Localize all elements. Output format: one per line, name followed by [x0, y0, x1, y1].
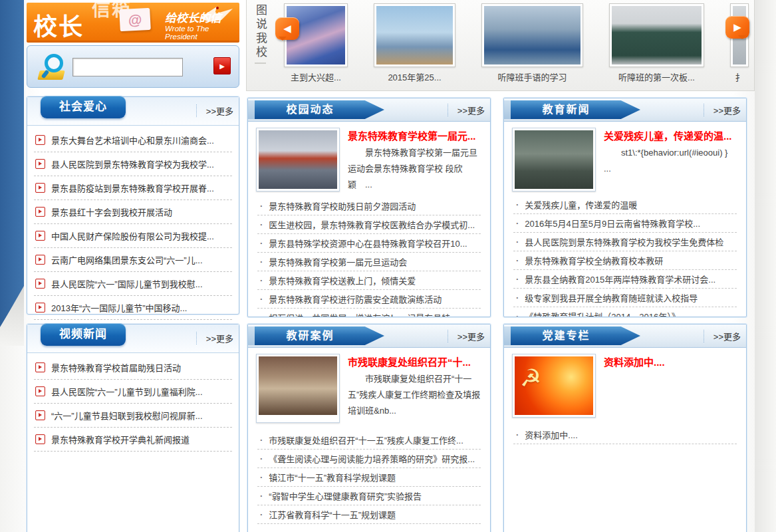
carousel-next-button[interactable]: ▶	[725, 16, 749, 39]
news-link[interactable]: 景东特殊教育学校送教上门，倾情关爱	[269, 274, 416, 287]
news-link[interactable]: 镇江市“十一五”教育科学规划课题	[269, 471, 396, 483]
featured-title-link[interactable]: 资料添加中....	[604, 354, 738, 368]
news-link[interactable]: 景东大舞台艺术培训中心和景东川渝商会...	[51, 134, 214, 146]
carousel-prev-button[interactable]: ◀	[275, 17, 299, 40]
news-link[interactable]: 市残联康复处组织召开“十一五”残疾人康复工作终...	[269, 434, 463, 446]
news-link[interactable]: 2013年“六一国际儿童节”中国移动...	[51, 301, 187, 314]
more-link[interactable]: >>更多	[448, 330, 485, 342]
news-link[interactable]: “弱智中学生心理健康教育研究”实验报告	[269, 489, 422, 502]
news-link[interactable]: 景东特殊教育学校全纳教育校本教研	[525, 254, 663, 267]
section-title[interactable]: 党建专栏	[511, 327, 640, 345]
news-link[interactable]: 景东特殊教育学校助残日前夕游园活动	[269, 200, 416, 212]
news-list-item[interactable]: 县人民医院“六一”国际儿童节到我校慰...	[34, 272, 232, 296]
section-title[interactable]: 教研案例	[255, 327, 384, 345]
news-link[interactable]: “六一”儿童节县妇联到我校慰问视屏新...	[51, 409, 203, 422]
news-link[interactable]: 县人民医院“六一”国际儿童节到我校慰...	[51, 277, 203, 290]
news-link[interactable]: 医生进校园，景东特殊教育学校医教结合办学模式初...	[269, 218, 475, 231]
news-link[interactable]: 景东特殊教育学校进行防震安全疏散演练活动	[269, 293, 442, 305]
carousel-photo[interactable]	[376, 6, 453, 65]
news-link[interactable]: 江苏省教育科学“十一五”规划课题	[269, 508, 396, 521]
carousel-slide[interactable]: 听障班手语的学习	[481, 3, 583, 89]
featured-photo[interactable]: ☭	[515, 356, 593, 415]
news-link[interactable]: 2016年5月4日至5月9日云南省特殊教育学校...	[525, 217, 700, 229]
news-link[interactable]: 景东特殊教育学校开学典礼新闻报道	[51, 433, 190, 446]
carousel-slide[interactable]: 主到大兴超...	[284, 3, 348, 89]
news-list-item[interactable]: 县人民医院到景东特殊教育学校为我校学...	[34, 152, 232, 176]
news-link[interactable]: 县人民医院“六一”儿童节到儿童福利院...	[51, 385, 203, 398]
news-list-item[interactable]: 医生进校园，景东特殊教育学校医教结合办学模式初...	[257, 215, 481, 234]
carousel-caption[interactable]: 主到大兴超...	[291, 70, 341, 83]
news-list-item[interactable]: 江苏省教育科学“十一五”规划课题	[257, 505, 481, 524]
news-link[interactable]: 云南广电网络集团景东支公司“六一”儿...	[51, 253, 203, 266]
news-link[interactable]: 级专家到我县开展全纳教育随班就读入校指导	[525, 291, 698, 304]
carousel-slide[interactable]: 2015年第25...	[374, 3, 455, 89]
news-list-item[interactable]: 景东特殊教育学校开学典礼新闻报道	[34, 428, 232, 452]
news-link[interactable]: 中国人民财产保险股份有限公司为我校提...	[51, 229, 214, 242]
news-list-item[interactable]: 景东大舞台艺术培训中心和景东川渝商会...	[34, 128, 232, 152]
news-link[interactable]: 相互促进，共同发展，增进友谊！---记景东县特...	[269, 311, 457, 317]
news-list-item[interactable]: 级专家到我县开展全纳教育随班就读入校指导	[513, 289, 737, 307]
featured-title-link[interactable]: 景东特殊教育学校第一届元...	[348, 128, 482, 142]
section-title[interactable]: 教育新闻	[511, 100, 640, 119]
news-list-item[interactable]: 《聋生阅读心理与阅读能力培养策略的研究》研究报...	[257, 450, 481, 468]
carousel-photo[interactable]	[612, 6, 702, 65]
news-list-item[interactable]: 景东特殊教育学校进行防震安全疏散演练活动	[257, 290, 481, 309]
featured-title-link[interactable]: 市残联康复处组织召开“十...	[348, 354, 482, 368]
news-link[interactable]: 县人民医院到景东特殊教育学校为我校学生免费体检	[525, 235, 723, 248]
news-link[interactable]: 景东县防疫站到景东特殊教育学校开展脊...	[51, 182, 214, 194]
featured-photo[interactable]	[259, 356, 337, 415]
news-list-item[interactable]: 资料添加中....	[513, 426, 737, 444]
news-list-item[interactable]: 关爱残疾儿童，传递爱的温暖	[513, 196, 737, 214]
news-list-item[interactable]: 景东县全纳教育2015年两岸特殊教育学术研讨会...	[513, 270, 737, 289]
tab-social-love[interactable]: 社会爱心	[41, 96, 126, 118]
news-list-item[interactable]: 县人民医院到景东特殊教育学校为我校学生免费体检	[513, 233, 737, 251]
news-link[interactable]: 资料添加中....	[525, 428, 577, 441]
news-link[interactable]: 景东特殊教育学校首届助残日活动	[51, 361, 181, 374]
news-link[interactable]: 关爱残疾儿童，传递爱的温暖	[525, 198, 637, 211]
featured-title-link[interactable]: 关爱残疾儿童，传递爱的温...	[604, 128, 738, 142]
news-link[interactable]: 县人民医院到景东特殊教育学校为我校学...	[51, 158, 214, 170]
news-list-item[interactable]: 2013年“六一国际儿童节”中国移动...	[34, 296, 232, 320]
search-submit-button[interactable]: ▶	[213, 57, 231, 74]
news-list-item[interactable]: 云南广电网络集团景东支公司“六一”儿...	[34, 248, 232, 272]
more-link[interactable]: >>更多	[196, 332, 233, 344]
news-list-item[interactable]: 景东县防疫站到景东特殊教育学校开展脊...	[34, 176, 232, 200]
carousel-caption[interactable]: 听障班的第一次板...	[618, 70, 695, 83]
section-title[interactable]: 校园动态	[255, 100, 384, 119]
carousel-slide[interactable]: 听障班的第一次板...	[609, 3, 704, 89]
news-list-item[interactable]: 景东特殊教育学校首届助残日活动	[34, 356, 232, 380]
news-list-item[interactable]: 景东特殊教育学校全纳教育校本教研	[513, 251, 737, 270]
news-list-item[interactable]: 景东县特殊学校资源中心在县特殊教育学校召开10...	[257, 234, 481, 253]
news-link[interactable]: 景东县全纳教育2015年两岸特殊教育学术研讨会...	[525, 273, 715, 285]
news-list-item[interactable]: “弱智中学生心理健康教育研究”实验报告	[257, 487, 481, 505]
news-list-item[interactable]: 县人民医院“六一”儿童节到儿童福利院...	[34, 380, 232, 404]
news-list-item[interactable]: 景东县红十字会到我校开展活动	[34, 200, 232, 224]
news-list-item[interactable]: 景东特殊教育学校助残日前夕游园活动	[257, 197, 481, 215]
news-list-item[interactable]: “六一”儿童节县妇联到我校慰问视屏新...	[34, 404, 232, 428]
news-link[interactable]: 《特殊教育提升计划（2014－2016年）》	[525, 310, 680, 317]
news-link[interactable]: 《聋生阅读心理与阅读能力培养策略的研究》研究报...	[269, 452, 475, 465]
search-input[interactable]	[72, 58, 183, 76]
more-link[interactable]: >>更多	[704, 104, 741, 116]
carousel-caption[interactable]: 2015年第25...	[388, 70, 441, 83]
news-list-item[interactable]: 相互促进，共同发展，增进友谊！---记景东县特...	[257, 309, 481, 317]
carousel-caption[interactable]: 听障班手语的学习	[497, 70, 567, 83]
tab-video-news[interactable]: 视频新闻	[41, 323, 126, 346]
carousel-caption[interactable]: 扌	[735, 70, 743, 83]
news-link[interactable]: 景东县红十字会到我校开展活动	[51, 205, 172, 218]
principal-mailbox-banner[interactable]: 信箱 校长 @ 给校长的信 Wrote to The President	[27, 3, 239, 43]
news-list-item[interactable]: 景东特殊教育学校第一届元旦运动会	[257, 253, 481, 271]
featured-photo[interactable]	[259, 130, 337, 189]
news-list-item[interactable]: 镇江市“十一五”教育科学规划课题	[257, 468, 481, 487]
news-list-item[interactable]: 《特殊教育提升计划（2014－2016年）》	[513, 307, 737, 317]
more-link[interactable]: >>更多	[448, 104, 485, 116]
more-link[interactable]: >>更多	[704, 330, 741, 342]
news-list-item[interactable]: 2016年5月4日至5月9日云南省特殊教育学校...	[513, 214, 737, 233]
news-list-item[interactable]: 景东特殊教育学校送教上门，倾情关爱	[257, 271, 481, 290]
news-link[interactable]: 景东县特殊学校资源中心在县特殊教育学校召开10...	[269, 237, 467, 249]
carousel-photo[interactable]	[484, 6, 581, 65]
featured-photo[interactable]	[515, 130, 593, 189]
news-list-item[interactable]: 市残联康复处组织召开“十一五”残疾人康复工作终...	[257, 431, 481, 450]
news-list-item[interactable]: 中国人民财产保险股份有限公司为我校提...	[34, 224, 232, 248]
more-link[interactable]: >>更多	[196, 104, 233, 117]
